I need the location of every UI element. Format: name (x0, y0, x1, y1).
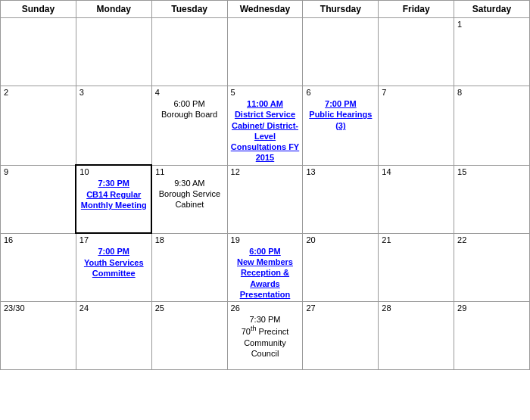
event-title: Borough Board (161, 110, 217, 119)
calendar-cell: 29 (454, 302, 530, 370)
calendar-cell: 119:30 AMBorough Service Cabinet (151, 165, 227, 233)
calendar-cell: 3 (76, 86, 151, 166)
event-time: 7:00 PM (325, 99, 357, 108)
calendar-event[interactable]: 7:30 PMCB14 Regular Monthly Meeting (80, 178, 148, 210)
calendar-event: 7:30 PM70th Precinct Community Council (231, 314, 300, 359)
day-header: Friday (379, 1, 454, 18)
day-number: 3 (80, 88, 148, 97)
day-number: 15 (457, 167, 526, 176)
calendar-cell: 15 (454, 165, 530, 233)
event-time: 7:30 PM (98, 179, 129, 188)
calendar-cell: 107:30 PMCB14 Regular Monthly Meeting (76, 165, 151, 233)
day-number: 8 (457, 88, 526, 97)
calendar-cell (151, 18, 227, 86)
calendar-cell: 9 (1, 165, 76, 233)
calendar-cell: 27 (303, 302, 379, 370)
calendar-event[interactable]: 7:00 PMYouth Services Committee (80, 246, 148, 278)
day-number: 20 (306, 235, 375, 244)
day-number: 4 (155, 88, 224, 97)
event-time: 7:00 PM (98, 247, 129, 256)
calendar-cell: 16 (1, 233, 76, 301)
event-title[interactable]: Public Hearings (3) (309, 110, 372, 129)
day-number: 7 (382, 88, 450, 97)
event-title[interactable]: New Members Reception & Awards Presentat… (237, 257, 293, 299)
day-number: 6 (306, 88, 375, 97)
event-time: 7:30 PM (250, 315, 281, 324)
day-number: 11 (155, 167, 223, 176)
calendar-cell: 22 (454, 233, 530, 301)
calendar-cell: 1 (454, 18, 530, 86)
calendar-cell: 18 (151, 233, 227, 301)
event-time: 9:30 AM (174, 179, 204, 188)
day-number: 29 (457, 303, 526, 313)
calendar-cell: 46:00 PMBorough Board (151, 86, 227, 166)
calendar-cell: 28 (379, 302, 454, 370)
day-number: 26 (231, 303, 300, 313)
day-number: 1 (457, 20, 526, 29)
day-header: Tuesday (151, 1, 227, 18)
day-number: 19 (231, 235, 300, 244)
calendar-event[interactable]: 11:00 AMDistrict Service Cabinet/ Distri… (231, 98, 300, 163)
day-number: 25 (155, 303, 224, 313)
event-title[interactable]: Youth Services Committee (84, 258, 144, 278)
calendar-table: SundayMondayTuesdayWednesdayThursdayFrid… (0, 0, 530, 370)
calendar-event[interactable]: 7:00 PMPublic Hearings (3) (306, 98, 375, 131)
calendar-cell: 25 (151, 302, 227, 370)
calendar-cell: 177:00 PMYouth Services Committee (76, 233, 151, 301)
day-number: 5 (231, 88, 300, 97)
calendar-event: 6:00 PMBorough Board (155, 98, 224, 120)
calendar-cell: 2 (1, 86, 76, 166)
calendar-cell (303, 18, 379, 86)
event-title: Borough Service Cabinet (159, 189, 220, 209)
day-header: Monday (76, 1, 151, 18)
calendar-event[interactable]: 6:00 PMNew Members Reception & Awards Pr… (231, 246, 300, 300)
calendar-cell (379, 18, 454, 86)
day-number: 22 (457, 235, 526, 244)
day-number: 18 (155, 235, 224, 244)
calendar-cell: 8 (454, 86, 530, 166)
calendar-cell (227, 18, 303, 86)
day-number: 13 (306, 167, 375, 176)
calendar-cell: 13 (303, 165, 379, 233)
calendar-cell: 24 (76, 302, 151, 370)
day-number: 17 (80, 235, 148, 244)
calendar-cell: 267:30 PM70th Precinct Community Council (227, 302, 303, 370)
day-number: 2 (4, 88, 73, 97)
event-time: 6:00 PM (249, 247, 281, 256)
calendar-cell: 67:00 PMPublic Hearings (3) (303, 86, 379, 166)
day-number: 24 (80, 303, 148, 313)
event-title[interactable]: CB14 Regular Monthly Meeting (81, 190, 147, 210)
calendar-cell: 12 (227, 165, 303, 233)
day-header: Saturday (454, 1, 530, 18)
day-header: Thursday (303, 1, 379, 18)
day-number: 12 (231, 167, 300, 176)
calendar-cell (1, 18, 76, 86)
day-number: 27 (306, 303, 375, 313)
event-title: 70th Precinct Community Council (242, 327, 289, 358)
calendar-cell: 21 (379, 233, 454, 301)
calendar-cell: 196:00 PMNew Members Reception & Awards … (227, 233, 303, 301)
day-number: 23/30 (4, 303, 73, 313)
day-number: 16 (4, 235, 73, 244)
calendar-cell (76, 18, 151, 86)
calendar-cell: 23/30 (1, 302, 76, 370)
day-number: 28 (382, 303, 450, 313)
day-number: 9 (4, 167, 72, 176)
calendar-cell: 14 (379, 165, 454, 233)
day-number: 14 (382, 167, 450, 176)
event-time: 6:00 PM (174, 99, 205, 108)
calendar-cell: 20 (303, 233, 379, 301)
calendar-cell: 511:00 AMDistrict Service Cabinet/ Distr… (227, 86, 303, 166)
event-time: 11:00 AM (247, 99, 283, 108)
day-number: 21 (382, 235, 450, 244)
day-number: 10 (80, 167, 148, 176)
calendar-event: 9:30 AMBorough Service Cabinet (155, 178, 223, 210)
calendar-cell: 7 (379, 86, 454, 166)
day-header: Wednesday (227, 1, 303, 18)
day-header: Sunday (1, 1, 76, 18)
event-title[interactable]: District Service Cabinet/ District-Level… (231, 110, 299, 162)
